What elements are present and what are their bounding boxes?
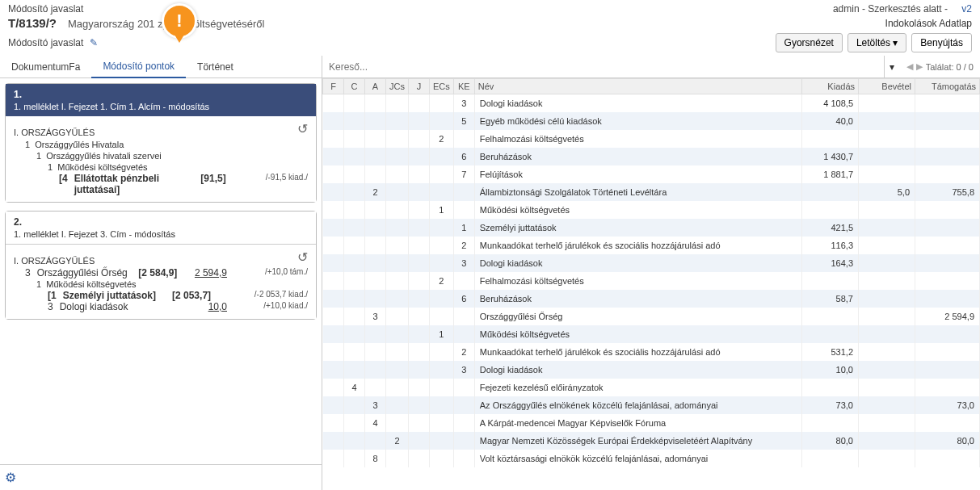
chevron-down-icon: ▾	[893, 37, 898, 48]
table-row[interactable]: 7Felújítások1 881,7	[323, 165, 980, 183]
tab-modosito-pontok[interactable]: Módosító pontok	[91, 56, 186, 78]
chevron-down-icon: ▾	[890, 61, 894, 73]
mod1-heading: I. ORSZÁGGYŰLÉS	[14, 128, 308, 137]
next-result-icon[interactable]: ▶	[916, 61, 923, 72]
table-row[interactable]: 8Volt köztársasági elnökök közcélú felaj…	[323, 450, 980, 467]
col-j[interactable]: J	[408, 79, 429, 94]
edit-label: Módosító javaslat	[8, 37, 83, 48]
col-bevetel[interactable]: Bevétel	[859, 79, 915, 94]
col-a[interactable]: A	[365, 79, 386, 94]
breadcrumb: Módosító javaslat	[8, 3, 83, 15]
col-tamogatas[interactable]: Támogatás	[915, 79, 980, 94]
link-adatlap[interactable]: Adatlap	[939, 18, 972, 29]
table-row[interactable]: 4Fejezeti kezelésű előirányzatok	[323, 379, 980, 396]
mod1-title: 1. melléklet I. Fejezet 1. Cím 1. Alcím …	[14, 102, 308, 111]
table-row[interactable]: 1Működési költségvetés	[323, 201, 980, 219]
table-row[interactable]: 2Munkaadókat terhelő járulékok és szociá…	[323, 237, 980, 254]
table-row[interactable]: 2Magyar Nemzeti Közösségek Európai Érdek…	[323, 432, 980, 450]
col-f[interactable]: F	[323, 79, 344, 94]
result-count: Találat: 0 / 0	[926, 62, 974, 72]
tab-tortenet[interactable]: Történet	[186, 57, 245, 77]
table-row[interactable]: 1Személyi juttatások421,5	[323, 219, 980, 237]
table-row[interactable]: 2Állambiztonsági Szolgálatok Történeti L…	[323, 183, 980, 201]
mod-card-2[interactable]: 2. 1. melléklet I. Fejezet 3. Cím - módo…	[5, 211, 317, 320]
user-status: admin - Szerkesztés alatt -	[833, 3, 950, 15]
table-row[interactable]: 6Beruházások1 430,7	[323, 148, 980, 165]
download-button[interactable]: Letöltés ▾	[848, 33, 906, 52]
pencil-icon[interactable]: ✎	[90, 37, 98, 48]
table-row[interactable]: 3Országgyűlési Őrség2 594,9	[323, 308, 980, 325]
table-row[interactable]: 5Egyéb működési célú kiadások40,0	[323, 112, 980, 130]
table-row[interactable]: 4A Kárpát-medencei Magyar Képviselők Fór…	[323, 414, 980, 432]
table-row[interactable]: 3Dologi kiadások10,0	[323, 361, 980, 379]
link-indokolasok[interactable]: Indokolások	[885, 18, 937, 29]
col-ke[interactable]: KE	[453, 79, 474, 94]
table-row[interactable]: 3Dologi kiadások4 108,5	[323, 94, 980, 112]
table-row[interactable]: 3Az Országgyűlés elnökének közcélú felaj…	[323, 396, 980, 414]
mod2-heading: I. ORSZÁGGYŰLÉS	[14, 256, 308, 266]
submit-button[interactable]: Benyújtás	[911, 33, 972, 52]
alert-icon[interactable]: !	[162, 3, 197, 39]
col-nev[interactable]: Név	[474, 79, 801, 94]
undo-icon[interactable]: ↺	[297, 121, 308, 136]
mod-card-1[interactable]: 1. 1. melléklet I. Fejezet 1. Cím 1. Alc…	[5, 83, 317, 203]
version-link[interactable]: v2	[961, 3, 972, 15]
search-dropdown[interactable]: ▾	[884, 56, 900, 77]
table-row[interactable]: 2Munkaadókat terhelő járulékok és szociá…	[323, 343, 980, 361]
prev-result-icon[interactable]: ◀	[906, 61, 913, 72]
table-row[interactable]: 3Dologi kiadások164,3	[323, 254, 980, 272]
table-row[interactable]: 2Felhalmozási költségvetés	[323, 130, 980, 148]
gear-icon[interactable]: ⚙	[5, 471, 16, 484]
search-input[interactable]	[322, 58, 884, 76]
budget-table: F C A JCs J ECs KE Név Kiadás Bevétel Tá…	[322, 78, 980, 467]
mod1-num: 1.	[14, 89, 308, 100]
table-row[interactable]: 2Felhalmozási költségvetés	[323, 272, 980, 290]
col-c[interactable]: C	[344, 79, 365, 94]
quickview-button[interactable]: Gyorsnézet	[776, 33, 843, 52]
undo-icon[interactable]: ↺	[297, 249, 308, 265]
tab-dokumentumfa[interactable]: DokumentumFa	[0, 57, 91, 77]
table-row[interactable]: 1Működési költségvetés	[323, 325, 980, 343]
mod2-num: 2.	[14, 216, 308, 228]
doc-id: T/8139/?	[8, 16, 57, 30]
col-ecs[interactable]: ECs	[429, 79, 453, 94]
mod2-title: 1. melléklet I. Fejezet 3. Cím - módosít…	[14, 229, 308, 239]
col-jcs[interactable]: JCs	[386, 79, 409, 94]
col-kiadas[interactable]: Kiadás	[802, 79, 859, 94]
table-row[interactable]: 6Beruházások58,7	[323, 290, 980, 308]
